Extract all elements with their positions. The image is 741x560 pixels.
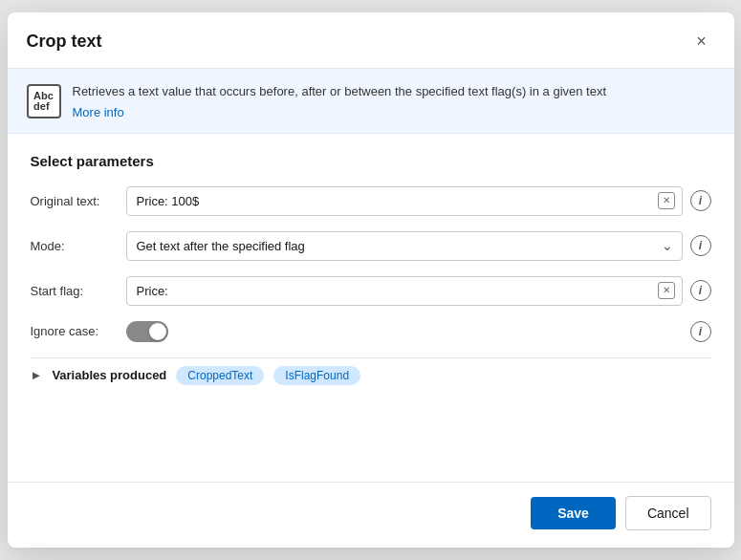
dialog-title: Crop text (27, 32, 102, 52)
variables-row: ► Variables produced CroppedText IsFlagF… (31, 357, 711, 393)
cancel-button[interactable]: Cancel (625, 496, 711, 530)
start-flag-clear-button[interactable]: ✕ (658, 282, 675, 299)
variable-badge-cropped-text: CroppedText (176, 366, 264, 385)
info-banner-text: Retrieves a text value that occurs befor… (73, 82, 607, 119)
original-text-info-icon[interactable]: i (690, 190, 711, 211)
ignore-case-row: Ignore case: i (31, 321, 711, 342)
mode-select-wrapper: Get text after the specified flag Get te… (126, 231, 683, 261)
info-banner: Abcdef Retrieves a text value that occur… (8, 69, 734, 134)
section-title: Select parameters (31, 153, 711, 169)
ignore-case-label: Ignore case: (31, 324, 126, 338)
mode-row: Mode: Get text after the specified flag … (31, 231, 711, 261)
crop-text-dialog: Crop text × Abcdef Retrieves a text valu… (8, 12, 734, 548)
ignore-case-toggle[interactable] (126, 321, 168, 342)
toggle-knob (149, 323, 166, 340)
start-flag-control: ✕ i (126, 276, 711, 306)
variables-chevron-icon[interactable]: ► (31, 368, 43, 382)
mode-info-icon[interactable]: i (690, 235, 711, 256)
variables-label: Variables produced (52, 368, 166, 382)
info-banner-description: Retrieves a text value that occurs befor… (73, 82, 607, 101)
variable-badge-is-flag-found: IsFlagFound (273, 366, 360, 385)
original-text-input-wrapper: ✕ (126, 186, 683, 216)
dialog-footer: Save Cancel (8, 482, 734, 548)
original-text-clear-button[interactable]: ✕ (658, 192, 675, 209)
save-button[interactable]: Save (531, 497, 616, 529)
original-text-input[interactable] (126, 186, 683, 216)
start-flag-row: Start flag: ✕ i (31, 276, 711, 306)
mode-select[interactable]: Get text after the specified flag Get te… (126, 231, 683, 261)
dialog-header: Crop text × (8, 12, 734, 69)
close-button[interactable]: × (688, 28, 715, 54)
start-flag-label: Start flag: (31, 284, 126, 298)
mode-label: Mode: (31, 239, 126, 253)
abc-icon: Abcdef (27, 84, 61, 118)
ignore-case-control: i (126, 321, 711, 342)
dialog-body: Select parameters Original text: ✕ i Mod… (8, 134, 734, 483)
original-text-row: Original text: ✕ i (31, 186, 711, 216)
more-info-link[interactable]: More info (73, 105, 607, 119)
original-text-label: Original text: (31, 194, 126, 208)
original-text-control: ✕ i (126, 186, 711, 216)
ignore-case-info-icon[interactable]: i (690, 321, 711, 342)
start-flag-input-wrapper: ✕ (126, 276, 683, 306)
start-flag-input[interactable] (126, 276, 683, 306)
start-flag-info-icon[interactable]: i (690, 280, 711, 301)
mode-control: Get text after the specified flag Get te… (126, 231, 711, 261)
